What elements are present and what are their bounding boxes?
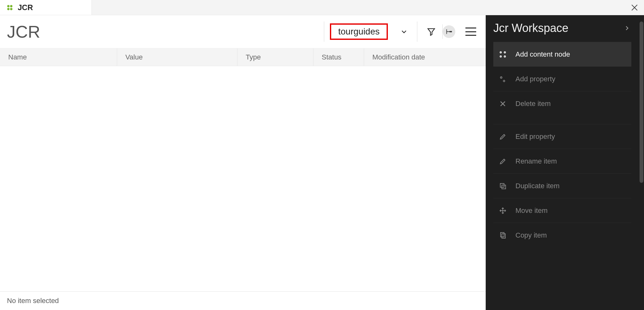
workspace-selector[interactable]: tourguides — [324, 22, 417, 42]
status-bar: No item selected — [0, 291, 486, 310]
side-panel-header: Jcr Workspace — [493, 22, 640, 35]
tab-strip-spacer — [92, 0, 625, 15]
chevron-down-icon — [401, 28, 407, 35]
action-label: Delete item — [515, 100, 631, 108]
svg-marker-6 — [428, 29, 434, 35]
action-copy-item[interactable]: Copy item — [493, 223, 631, 247]
app-logo-icon — [6, 4, 13, 11]
close-icon — [498, 99, 507, 108]
action-label: Move item — [515, 207, 631, 215]
column-header-value[interactable]: Value — [117, 48, 237, 66]
column-header-name[interactable]: Name — [0, 48, 117, 66]
svg-point-9 — [450, 31, 451, 32]
action-duplicate-item[interactable]: Duplicate item — [493, 173, 631, 198]
svg-rect-25 — [502, 234, 505, 238]
close-button[interactable] — [625, 0, 644, 15]
svg-point-14 — [504, 56, 505, 57]
collapse-panel-button[interactable] — [624, 25, 630, 31]
action-label: Copy item — [515, 231, 631, 239]
title-toolbar-row: JCR tourguides — [0, 15, 486, 48]
filter-icon — [427, 27, 436, 36]
duplicate-icon — [498, 182, 507, 190]
tree-icon — [445, 28, 452, 35]
side-scrollbar[interactable] — [640, 22, 643, 183]
action-rename-item[interactable]: Rename item — [493, 149, 631, 173]
column-header-type[interactable]: Type — [237, 48, 313, 66]
side-panel-title: Jcr Workspace — [493, 22, 568, 35]
copy-icon — [498, 231, 507, 240]
svg-point-2 — [7, 8, 9, 10]
action-label: Duplicate item — [515, 182, 631, 190]
action-label: Edit property — [515, 133, 631, 141]
page-title: JCR — [7, 22, 40, 41]
app-tab-jcr[interactable]: JCR — [0, 0, 92, 15]
action-edit-property[interactable]: Edit property — [493, 124, 631, 149]
list-view-toggle[interactable] — [465, 28, 476, 36]
action-add-content-node[interactable]: Add content node — [493, 42, 631, 66]
action-group-divider — [493, 116, 631, 124]
action-list: Add content node Add property Delet — [493, 42, 631, 247]
add-property-icon — [498, 75, 507, 84]
action-label: Rename item — [515, 157, 631, 165]
pencil-icon — [498, 132, 507, 141]
svg-point-11 — [500, 52, 501, 53]
view-controls — [443, 24, 476, 39]
action-label: Add content node — [515, 50, 631, 59]
column-header-modification-date[interactable]: Modification date — [364, 48, 486, 66]
svg-point-12 — [504, 52, 505, 53]
move-icon — [498, 206, 507, 215]
svg-point-13 — [500, 56, 501, 57]
app-tab-strip: JCR — [0, 0, 644, 15]
table-header: Name Value Type Status Modification date — [0, 48, 486, 66]
action-label: Add property — [515, 75, 631, 83]
filter-button[interactable] — [420, 24, 443, 39]
app-tab-label: JCR — [18, 3, 33, 12]
svg-point-3 — [10, 8, 12, 10]
pencil-icon — [498, 157, 507, 166]
tree-view-toggle[interactable] — [443, 25, 455, 38]
svg-point-0 — [7, 5, 9, 7]
status-text: No item selected — [7, 297, 59, 305]
svg-rect-24 — [501, 232, 504, 237]
main-area: JCR tourguides — [0, 15, 486, 310]
action-move-item[interactable]: Move item — [493, 198, 631, 223]
svg-point-1 — [10, 5, 12, 7]
column-header-status[interactable]: Status — [313, 48, 364, 66]
body-row: JCR tourguides — [0, 15, 644, 310]
nodes-icon — [498, 50, 507, 59]
table-body-empty — [0, 66, 486, 291]
workspace-side-panel: Jcr Workspace Add content node — [486, 15, 644, 310]
svg-point-15 — [501, 77, 502, 78]
svg-point-10 — [451, 31, 452, 32]
action-add-property[interactable]: Add property — [493, 66, 631, 91]
action-delete-item[interactable]: Delete item — [493, 91, 631, 116]
workspace-selected-value: tourguides — [330, 23, 388, 40]
